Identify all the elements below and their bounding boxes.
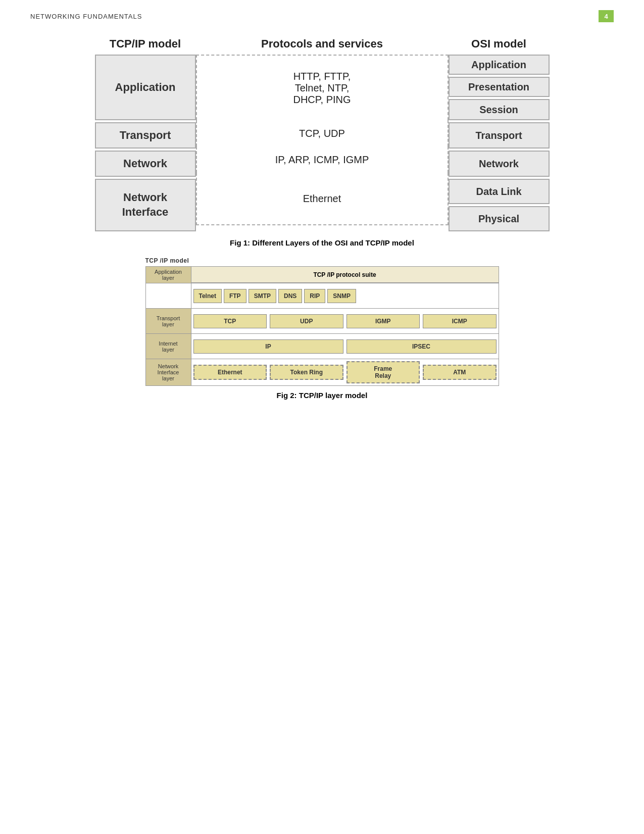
fig1-container: TCP/IP model Application Transport Netwo…: [95, 37, 550, 247]
proto-application: HTTP, FTTP,Telnet, NTP,DHCP, PING: [196, 55, 449, 120]
proto-rip: RIP: [304, 289, 325, 303]
fig2-diagram: Applicationlayer TCP /IP protocol suite …: [145, 266, 499, 386]
proto-tcp: TCP: [193, 314, 267, 328]
osi-column: OSI model Application Presentation Sessi…: [449, 37, 550, 233]
osi-presentation: Presentation: [449, 77, 550, 97]
proto-atm: ATM: [423, 365, 497, 380]
fig2-app-label-spacer: [146, 283, 191, 308]
tcpip-application: Application: [95, 55, 196, 120]
fig2-app-protocols-row: Telnet FTP SMTP DNS RIP SNMP: [146, 283, 499, 309]
proto-smtp: SMTP: [249, 289, 276, 303]
tcpip-network: Network: [95, 151, 196, 177]
proto-ip: IP: [193, 339, 343, 354]
tcpip-network-interface: NetworkInterface: [95, 179, 196, 231]
osi-application: Application: [449, 55, 550, 75]
osi-network: Network: [449, 151, 550, 177]
proto-ftp: FTP: [224, 289, 246, 303]
tcpip-column: TCP/IP model Application Transport Netwo…: [95, 37, 196, 233]
page-number: 4: [599, 10, 614, 22]
fig2-app-label: Applicationlayer: [146, 267, 191, 283]
proto-network: IP, ARP, ICMP, IGMP: [196, 146, 449, 173]
tcpip-header: TCP/IP model: [95, 37, 196, 51]
fig2-app-protocols: Telnet FTP SMTP DNS RIP SNMP: [191, 283, 499, 308]
osi-header: OSI model: [449, 37, 550, 51]
osi-transport: Transport: [449, 122, 550, 149]
fig2-transport-protocols: TCP UDP IGMP ICMP: [191, 309, 499, 333]
osi-datalink: Data Link: [449, 179, 550, 204]
fig2-netinterface-protocols: Ethernet Token Ring FrameRelay ATM: [191, 359, 499, 385]
osi-session: Session: [449, 99, 550, 120]
fig1-diagram: TCP/IP model Application Transport Netwo…: [95, 37, 550, 233]
fig2-transport-label: Transportlayer: [146, 309, 191, 333]
proto-ethernet: Ethernet: [193, 365, 267, 380]
fig2-netinterface-label: NetworkInterfacelayer: [146, 359, 191, 385]
proto-netinterface: Ethernet: [196, 173, 449, 225]
proto-dns: DNS: [278, 289, 302, 303]
page-title: NETWORKING FUNDAMENTALS: [30, 13, 142, 20]
fig1-caption: Fig 1: Different Layers of the OSI and T…: [95, 238, 550, 247]
proto-icmp: ICMP: [423, 314, 497, 328]
proto-igmp: IGMP: [346, 314, 420, 328]
proto-ipsec: IPSEC: [346, 339, 497, 354]
proto-framerelay: FrameRelay: [346, 361, 420, 383]
proto-snmp: SNMP: [327, 289, 356, 303]
proto-transport: TCP, UDP: [196, 120, 449, 146]
fig2-internet-label: Internetlayer: [146, 334, 191, 359]
fig2-netinterface-row: NetworkInterfacelayer Ethernet Token Rin…: [146, 359, 499, 385]
fig2-model-title: TCP /IP model: [145, 257, 499, 264]
proto-tokenring: Token Ring: [270, 365, 343, 380]
tcpip-transport: Transport: [95, 122, 196, 149]
page-header: NETWORKING FUNDAMENTALS 4: [30, 10, 614, 22]
proto-telnet: Telnet: [193, 289, 222, 303]
proto-udp: UDP: [270, 314, 343, 328]
fig2-internet-row: Internetlayer IP IPSEC: [146, 334, 499, 359]
protocols-column: Protocols and services HTTP, FTTP,Telnet…: [196, 37, 449, 233]
fig2-header-row: Applicationlayer TCP /IP protocol suite: [146, 267, 499, 283]
osi-physical: Physical: [449, 206, 550, 231]
fig2-suite-header: TCP /IP protocol suite: [191, 267, 499, 283]
protocols-header: Protocols and services: [261, 37, 383, 51]
fig2-internet-protocols: IP IPSEC: [191, 334, 499, 359]
fig2-container: TCP /IP model Applicationlayer TCP /IP p…: [145, 257, 499, 400]
fig2-caption: Fig 2: TCP/IP layer model: [145, 391, 499, 400]
fig2-transport-row: Transportlayer TCP UDP IGMP ICMP: [146, 309, 499, 334]
